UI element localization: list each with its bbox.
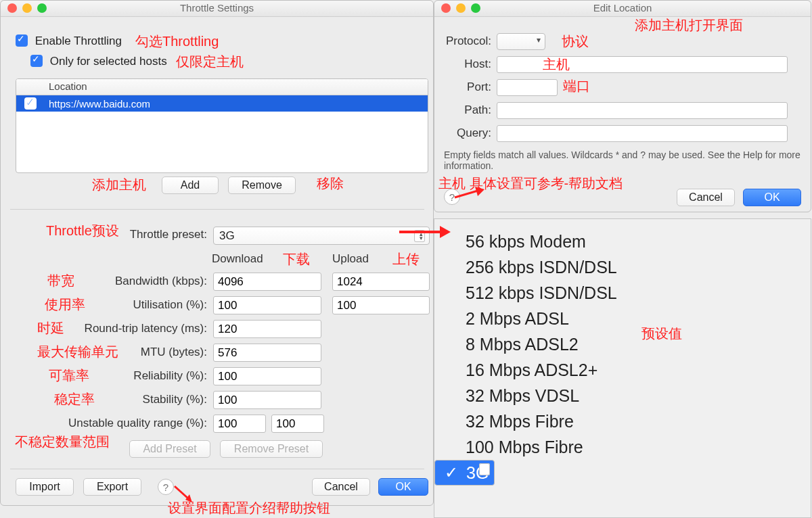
preset-menu-item[interactable]: 32 Mbps Fibre [434, 408, 811, 434]
host-input[interactable] [497, 56, 788, 73]
hosts-list-row-text: https://www.baidu.com [49, 98, 150, 110]
close-icon[interactable] [441, 3, 451, 13]
path-label: Path: [434, 103, 491, 117]
divider [10, 209, 424, 210]
left-title: Throttle Settings [180, 2, 254, 14]
stability-label: Stability (%): [41, 393, 207, 406]
utilisation-download-input[interactable] [213, 296, 321, 314]
bandwidth-download-input[interactable] [213, 273, 321, 291]
stability-input[interactable] [213, 391, 321, 409]
bandwidth-label: Bandwidth (kbps): [41, 275, 207, 288]
port-input[interactable] [497, 79, 558, 96]
path-input[interactable] [497, 102, 788, 119]
preset-menu[interactable]: 56 kbps Modem256 kbps ISDN/DSL512 kbps I… [434, 218, 811, 518]
rtt-input[interactable] [213, 320, 321, 338]
ok-button[interactable]: OK [378, 478, 428, 496]
host-label: Host: [434, 57, 491, 71]
preset-menu-item[interactable]: 100 Mbps Fibre [434, 434, 811, 460]
protocol-label: Protocol: [434, 34, 491, 48]
help-button-right[interactable]: ? [444, 189, 460, 205]
utilisation-upload-input[interactable] [332, 296, 430, 314]
zoom-icon[interactable] [471, 3, 480, 13]
throttle-settings-dialog: Throttle Settings Enable Throttling Only… [0, 0, 434, 506]
preset-menu-item[interactable]: 8 Mbps ADSL2 [434, 331, 811, 357]
uqr-b-input[interactable] [271, 415, 324, 433]
reliability-input[interactable] [213, 367, 321, 385]
add-preset-button[interactable]: Add Preset [129, 440, 210, 458]
preset-menu-item[interactable]: 2 Mbps ADSL [434, 306, 811, 331]
query-input[interactable] [497, 125, 788, 142]
only-selected-hosts-label: Only for selected hosts [50, 55, 167, 68]
hosts-list-header: Location [16, 79, 428, 95]
hint-text: Empty fields match all values. Wildcards… [444, 149, 801, 171]
uqr-label: Unstable quality range (%): [41, 417, 207, 430]
ok-button-right[interactable]: OK [743, 189, 801, 206]
help-button[interactable]: ? [158, 479, 174, 495]
import-button[interactable]: Import [16, 478, 74, 496]
minimize-icon[interactable] [456, 3, 466, 13]
reliability-label: Reliability (%): [41, 369, 207, 383]
add-host-button[interactable]: Add [162, 176, 219, 194]
left-titlebar: Throttle Settings [1, 1, 433, 17]
cancel-button[interactable]: Cancel [312, 478, 370, 496]
only-selected-hosts-checkbox[interactable] [30, 55, 43, 67]
query-label: Query: [434, 126, 491, 140]
throttle-preset-label: Throttle preset: [75, 228, 207, 241]
cancel-button-right[interactable]: Cancel [677, 189, 735, 206]
minimize-icon[interactable] [22, 3, 32, 13]
utilisation-label: Utilisation (%): [41, 298, 207, 312]
upload-col-label: Upload [332, 252, 369, 266]
edit-location-dialog: Edit Location Protocol: Host: Port: Path… [434, 0, 811, 212]
preset-menu-item[interactable]: 32 Mbps VDSL [434, 383, 811, 408]
rtt-label: Round-trip latency (ms): [41, 322, 207, 335]
hosts-list[interactable]: Location ✓ https://www.baidu.com [16, 78, 428, 173]
throttle-preset-select[interactable]: 3G ▴▾ [213, 227, 430, 245]
enable-throttling-label: Enable Throttling [35, 34, 122, 47]
export-button[interactable]: Export [83, 478, 141, 496]
preset-menu-item[interactable]: 56 kbps Modem [434, 229, 811, 254]
mtu-input[interactable] [213, 344, 321, 362]
preset-menu-item[interactable]: 512 kbps ISDN/DSL [434, 280, 811, 306]
bandwidth-upload-input[interactable] [332, 273, 430, 291]
uqr-a-input[interactable] [213, 415, 266, 433]
remove-host-button[interactable]: Remove [228, 176, 296, 194]
protocol-select[interactable] [497, 33, 545, 50]
right-titlebar: Edit Location [434, 1, 811, 17]
throttle-preset-value: 3G [219, 229, 235, 243]
close-icon[interactable] [7, 3, 17, 13]
hosts-list-row[interactable]: ✓ https://www.baidu.com [16, 95, 428, 112]
right-title: Edit Location [593, 2, 652, 14]
preset-menu-item[interactable]: 16 Mbps ADSL2+ [434, 357, 811, 383]
divider-2 [10, 469, 424, 469]
enable-throttling-checkbox[interactable] [16, 34, 28, 47]
port-label: Port: [434, 80, 491, 94]
zoom-icon[interactable] [37, 3, 47, 13]
preset-menu-item[interactable]: 3G [434, 460, 495, 486]
mtu-label: MTU (bytes): [41, 346, 207, 359]
preset-menu-item[interactable]: 256 kbps ISDN/DSL [434, 254, 811, 280]
remove-preset-button[interactable]: Remove Preset [220, 440, 323, 458]
download-col-label: Download [212, 252, 263, 266]
